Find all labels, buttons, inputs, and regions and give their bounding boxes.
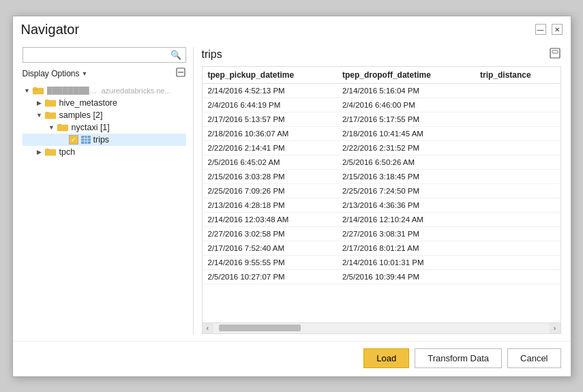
table-row: 2/14/2016 12:03:48 AM2/14/2016 12:10:24 … (203, 212, 560, 226)
cell-dropoff: 2/5/2016 6:50:26 AM (337, 155, 475, 169)
preview-title: trips (202, 48, 222, 61)
search-box: 🔍 (23, 47, 186, 63)
preview-expand-button[interactable] (549, 47, 561, 62)
tree-item-tpch[interactable]: ▶ tpch (23, 146, 186, 158)
col-header-pickup: tpep_pickup_datetime (203, 67, 337, 84)
title-bar: Navigator — ✕ (13, 16, 571, 40)
tree-toggle-samples: ▼ (35, 112, 44, 119)
cell-distance (475, 255, 560, 269)
table-row: 2/17/2016 7:52:40 AM2/17/2016 8:01:21 AM (203, 241, 560, 255)
cell-dropoff: 2/14/2016 10:01:31 PM (337, 255, 475, 269)
table-row: 2/5/2016 10:27:07 PM2/5/2016 10:39:44 PM (203, 269, 560, 284)
cell-pickup: 2/25/2016 7:09:26 PM (203, 183, 337, 198)
cell-dropoff: 2/17/2016 8:01:21 AM (337, 241, 475, 255)
table-row: 2/14/2016 9:55:55 PM2/14/2016 10:01:31 P… (203, 255, 560, 269)
tree-label-tpch: tpch (59, 147, 76, 157)
minimize-button[interactable]: — (535, 24, 546, 35)
cell-dropoff: 2/22/2016 2:31:52 PM (337, 140, 475, 155)
refresh-icon (175, 67, 186, 78)
cell-pickup: 2/13/2016 4:28:18 PM (203, 198, 337, 212)
content-area: 🔍 Display Options ▼ (13, 40, 571, 341)
cell-distance (475, 155, 560, 169)
svg-rect-4 (33, 89, 38, 91)
tree-root-item[interactable]: ▼ ████████████ azuredatabricks.ne... (23, 85, 186, 97)
table-row: 2/25/2016 7:09:26 PM2/25/2016 7:24:50 PM (203, 183, 560, 198)
close-button[interactable]: ✕ (552, 24, 563, 35)
cell-pickup: 2/5/2016 6:45:02 AM (203, 155, 337, 169)
search-input[interactable] (27, 50, 168, 59)
tree-item-trips[interactable]: ✓ trips (23, 134, 186, 146)
cell-distance (475, 112, 560, 126)
tree-label-samples: samples [2] (59, 110, 103, 120)
cell-distance (475, 269, 560, 284)
svg-rect-9 (57, 125, 68, 131)
left-panel: 🔍 Display Options ▼ (23, 47, 186, 334)
tree-root-label: ████████████ (47, 87, 102, 95)
scroll-right-button[interactable]: › (550, 322, 560, 333)
folder-icon (32, 86, 44, 95)
table-row: 2/14/2016 4:52:13 PM2/14/2016 5:16:04 PM (203, 83, 560, 97)
cell-pickup: 2/15/2016 3:03:28 PM (203, 169, 337, 183)
refresh-icon-button[interactable] (175, 67, 186, 80)
scroll-thumb (219, 325, 301, 331)
tree-root-suffix: azuredatabricks.ne... (102, 87, 171, 95)
table-row: 2/4/2016 6:44:19 PM2/4/2016 6:46:00 PM (203, 97, 560, 112)
cell-distance (475, 226, 560, 241)
cancel-button[interactable]: Cancel (507, 348, 560, 368)
cell-dropoff: 2/18/2016 10:41:45 AM (337, 126, 475, 140)
cell-distance (475, 83, 560, 97)
cell-dropoff: 2/5/2016 10:39:44 PM (337, 269, 475, 284)
folder-icon-samples (44, 110, 57, 120)
cell-dropoff: 2/13/2016 4:36:36 PM (337, 198, 475, 212)
display-options-button[interactable]: Display Options ▼ (23, 69, 88, 78)
svg-rect-5 (45, 100, 56, 106)
cell-pickup: 2/14/2016 4:52:13 PM (203, 83, 337, 97)
cell-pickup: 2/27/2016 3:02:58 PM (203, 226, 337, 241)
cell-pickup: 2/4/2016 6:44:19 PM (203, 97, 337, 112)
tree-label-hive: hive_metastore (59, 98, 117, 108)
footer: Load Transform Data Cancel (13, 341, 571, 376)
file-tree: ▼ ████████████ azuredatabricks.ne... (23, 85, 186, 334)
cell-pickup: 2/5/2016 10:27:07 PM (203, 269, 337, 284)
cell-pickup: 2/22/2016 2:14:41 PM (203, 140, 337, 155)
cell-pickup: 2/18/2016 10:36:07 AM (203, 126, 337, 140)
cell-dropoff: 2/27/2016 3:08:31 PM (337, 226, 475, 241)
cell-distance (475, 126, 560, 140)
search-icon: 🔍 (170, 50, 181, 60)
cell-distance (475, 198, 560, 212)
folder-icon-tpch (44, 147, 57, 157)
tree-item-samples[interactable]: ▼ samples [2] (23, 109, 186, 121)
cell-pickup: 2/17/2016 5:13:57 PM (203, 112, 337, 126)
cell-distance (475, 212, 560, 226)
table-row: 2/15/2016 3:03:28 PM2/15/2016 3:18:45 PM (203, 169, 560, 183)
navigator-window: Navigator — ✕ 🔍 Display Options ▼ (12, 16, 571, 377)
table-row: 2/13/2016 4:28:18 PM2/13/2016 4:36:36 PM (203, 198, 560, 212)
transform-data-button[interactable]: Transform Data (415, 348, 502, 368)
data-table: tpep_pickup_datetime tpep_dropoff_dateti… (203, 67, 560, 284)
trips-checkbox[interactable]: ✓ (69, 135, 78, 145)
cell-dropoff: 2/15/2016 3:18:45 PM (337, 169, 475, 183)
cell-distance (475, 183, 560, 198)
tree-label-nyctaxi: nyctaxi [1] (72, 123, 110, 132)
table-row: 2/5/2016 6:45:02 AM2/5/2016 6:50:26 AM (203, 155, 560, 169)
display-options-label: Display Options (23, 69, 80, 78)
col-header-dropoff: tpep_dropoff_datetime (337, 67, 475, 84)
load-button[interactable]: Load (363, 348, 409, 368)
table-body: 2/14/2016 4:52:13 PM2/14/2016 5:16:04 PM… (203, 83, 560, 284)
svg-rect-11 (81, 136, 91, 144)
table-row: 2/27/2016 3:02:58 PM2/27/2016 3:08:31 PM (203, 226, 560, 241)
cell-dropoff: 2/14/2016 12:10:24 AM (337, 212, 475, 226)
folder-icon-nyctaxi (57, 123, 69, 132)
expand-icon (549, 47, 561, 59)
tree-item-nyctaxi[interactable]: ▼ nyctaxi [1] (23, 121, 186, 134)
cell-dropoff: 2/4/2016 6:46:00 PM (337, 97, 475, 112)
cell-distance (475, 140, 560, 155)
chevron-down-icon: ▼ (82, 70, 88, 77)
table-row: 2/18/2016 10:36:07 AM2/18/2016 10:41:45 … (203, 126, 560, 140)
right-panel: trips tpep_pickup_datetime tpep_dropoff_… (193, 47, 561, 334)
scroll-left-button[interactable]: ‹ (203, 322, 213, 333)
svg-rect-19 (552, 50, 558, 53)
tree-item-hive_metastore[interactable]: ▶ hive_metastore (23, 97, 186, 109)
cell-distance (475, 169, 560, 183)
preview-header: trips (202, 47, 561, 62)
